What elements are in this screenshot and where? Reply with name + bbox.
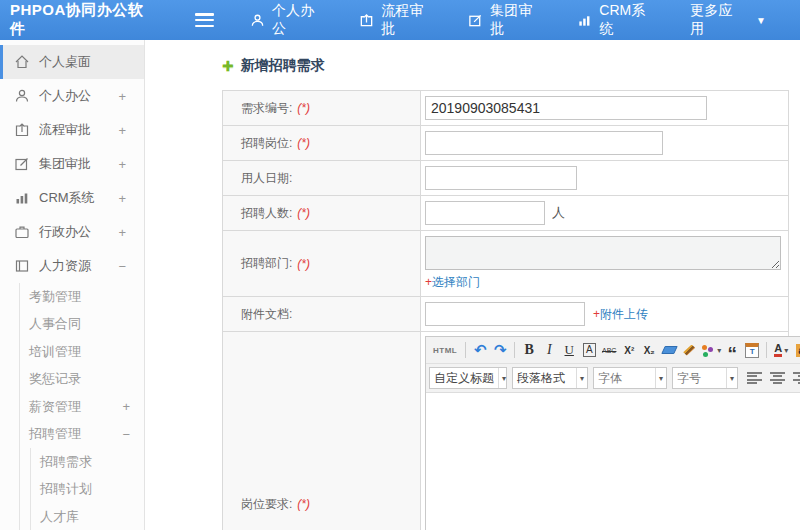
sidebar-item-recruit-plan[interactable]: 招聘计划 [31,476,144,504]
position-input[interactable] [425,131,663,155]
strikethrough-icon[interactable]: ABC [599,340,619,360]
forecolor-glyph: A [774,343,782,357]
nav-label: 集团审批 [490,2,543,38]
editor-toolbar-row2: 自定义标题 ▾ 段落格式 ▾ 字体 ▾ [426,364,800,393]
attachment-input[interactable] [425,302,585,326]
sidebar-item-human-resources[interactable]: 人力资源 − [0,249,144,283]
label-text: 岗位要求: [241,496,292,513]
source-code-button[interactable]: HTML [429,340,461,360]
label-text: 附件文档: [241,306,292,323]
required-mark: (*) [297,136,310,150]
sidebar-item-admin-office[interactable]: 行政办公 + [0,215,144,249]
expand-toggle[interactable]: + [122,399,130,414]
expand-toggle[interactable]: + [118,123,126,138]
sidebar-item-label: 招聘计划 [40,480,92,498]
font-style-icon[interactable]: A [583,343,596,357]
top-bar: PHPOA协同办公软件 个人办公 流程审批 [0,0,800,40]
field-label: 招聘人数: (*) [223,196,421,230]
font-color-icon[interactable]: A▾ [771,340,791,360]
palette-icon[interactable]: ▾ [699,340,722,360]
field-label: 用人日期: [223,161,421,195]
sidebar-item-workflow-approval[interactable]: 流程审批 + [0,113,144,147]
align-center-icon[interactable] [770,372,785,385]
expand-toggle[interactable]: − [122,427,130,442]
sidebar-item-recruit-mgmt[interactable]: 招聘管理 − [20,421,144,449]
nav-crm-system[interactable]: CRM系统 [577,2,656,38]
blockquote-icon[interactable]: “ [722,340,742,360]
undo-icon[interactable]: ↶ [470,340,490,360]
dropdown-value: 自定义标题 [430,370,498,387]
dept-textarea[interactable] [425,236,781,270]
req-no-input[interactable] [425,96,707,120]
caret-down-icon: ▾ [784,346,788,355]
expand-toggle[interactable]: + [118,89,126,104]
redo-icon[interactable]: ↷ [490,340,510,360]
nav-personal-office[interactable]: 个人办公 [250,2,325,38]
sidebar-item-crm[interactable]: CRM系统 + [0,181,144,215]
sidebar-item-label: 奖惩记录 [29,370,81,388]
sidebar-item-salary[interactable]: 薪资管理 + [20,393,144,421]
caret-down-icon[interactable]: ▼ [756,2,766,38]
hamburger-menu-icon[interactable] [195,13,215,27]
label-text: 招聘部门: [241,255,292,272]
main-content: ✚ 新增招聘需求 需求编号: (*) 招聘岗位: (*) [146,40,800,530]
sidebar: 个人桌面 个人办公 + 流程审批 + 集团审批 + [0,40,145,530]
sidebar-item-rewards[interactable]: 奖惩记录 [20,366,144,394]
required-mark: (*) [297,206,310,220]
sidebar-item-personal-desktop[interactable]: 个人桌面 [0,45,144,79]
form-row-date: 用人日期: [223,161,788,196]
sidebar-item-hr-contract[interactable]: 人事合同 [20,311,144,339]
nav-label: 更多应用 [690,2,744,38]
recruit-submenu: 招聘需求 招聘计划 人才库 [30,448,144,530]
required-mark: (*) [297,497,310,511]
superscript-icon[interactable]: X² [619,340,639,360]
font-family-dropdown[interactable]: 字体 ▾ [593,367,667,389]
nav-workflow-approval[interactable]: 流程审批 [359,2,434,38]
nav-label: CRM系统 [599,2,656,38]
custom-heading-dropdown[interactable]: 自定义标题 ▾ [429,367,507,389]
subscript-icon[interactable]: X₂ [639,340,659,360]
align-right-icon[interactable] [793,372,800,385]
format-brush-icon[interactable] [679,340,699,360]
paste-text-icon[interactable]: T [742,340,762,360]
nav-more-apps[interactable]: 更多应用 [690,2,744,38]
sidebar-item-talent-pool[interactable]: 人才库 [31,503,144,530]
expand-toggle[interactable]: + [118,225,126,240]
field-label: 招聘岗位: (*) [223,126,421,160]
link-text: 附件上传 [600,307,648,321]
hire-date-input[interactable] [425,166,577,190]
sidebar-item-group-approval[interactable]: 集团审批 + [0,147,144,181]
sidebar-item-label: 个人办公 [39,87,91,105]
headcount-input[interactable] [425,201,545,225]
workflow-icon [359,13,374,28]
sidebar-item-personal-office[interactable]: 个人办公 + [0,79,144,113]
bar-chart-icon [577,13,592,28]
required-mark: (*) [297,257,310,271]
select-dept-link[interactable]: +选择部门 [425,274,480,291]
caret-down-icon: ▾ [498,368,509,388]
highlight-color-icon[interactable]: a [791,340,800,360]
bold-icon[interactable]: B [519,340,539,360]
field-label: 岗位要求: (*) [223,332,421,530]
underline-icon[interactable]: U [559,340,579,360]
sidebar-item-label: 培训管理 [29,343,81,361]
italic-icon[interactable]: I [539,340,559,360]
sidebar-item-recruit-demand[interactable]: 招聘需求 [31,448,144,476]
expand-toggle[interactable]: − [118,259,126,274]
label-text: 招聘岗位: [241,135,292,152]
dropdown-value: 段落格式 [513,370,576,387]
page-header: ✚ 新增招聘需求 [146,40,800,90]
font-size-dropdown[interactable]: 字号 ▾ [672,367,738,389]
expand-toggle[interactable]: + [118,191,126,206]
align-left-icon[interactable] [747,372,762,385]
sidebar-item-training[interactable]: 培训管理 [20,338,144,366]
editor-content-area[interactable] [426,393,800,530]
sidebar-item-attendance[interactable]: 考勤管理 [20,283,144,311]
eraser-icon[interactable] [659,340,679,360]
nav-group-approval[interactable]: 集团审批 [468,2,543,38]
expand-toggle[interactable]: + [118,157,126,172]
paragraph-format-dropdown[interactable]: 段落格式 ▾ [512,367,588,389]
attachment-upload-link[interactable]: +附件上传 [593,306,648,323]
sidebar-item-label: 招聘管理 [29,425,81,443]
user-icon [250,13,265,28]
